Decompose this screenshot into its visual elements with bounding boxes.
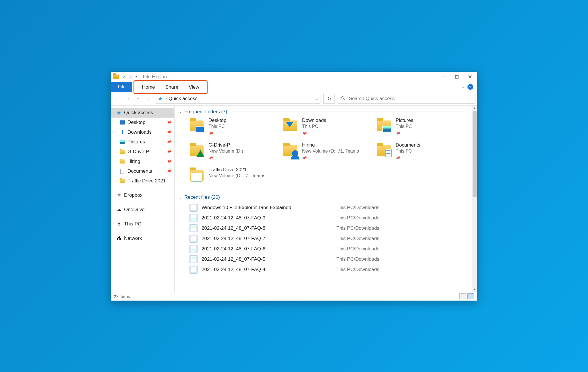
breadcrumb-location[interactable]: Quick access — [169, 96, 198, 102]
pin-icon: 📌 — [166, 158, 172, 164]
sidebar-item-downloads[interactable]: ⬇Downloads📌 — [111, 127, 174, 137]
folder-icon — [376, 118, 392, 134]
qat-newfolder-icon[interactable] — [129, 75, 133, 79]
back-button[interactable]: ← — [113, 94, 122, 103]
status-item-count: 27 items — [114, 294, 130, 299]
desktop-icon — [119, 120, 125, 125]
app-icon[interactable] — [113, 75, 119, 79]
image-file-icon — [189, 214, 198, 222]
sidebar-quick-access[interactable]: Quick access — [111, 108, 174, 118]
pin-icon: 📌 — [395, 130, 400, 136]
folder-g-drive-p[interactable]: G-Drive-PNew Volume (D:)📌 — [189, 142, 274, 165]
sidebar-network[interactable]: 🖧 Network — [111, 233, 174, 243]
group-label: Recent files (20) — [184, 194, 220, 200]
refresh-button[interactable]: ↻ — [323, 94, 335, 104]
folder-name: G-Drive-P — [208, 142, 243, 148]
file-tab[interactable]: File — [111, 82, 132, 92]
file-row[interactable]: Windows 10 File Explorer Tabs ExplainedT… — [184, 202, 469, 213]
file-name: 2021-02-24 12_48_07-FAQ-5 — [202, 256, 336, 262]
tab-share[interactable]: Share — [160, 84, 183, 90]
file-row[interactable]: 2021-02-24 12_48_07-FAQ-4This PC\Downloa… — [184, 264, 469, 275]
expand-ribbon-icon[interactable]: ⌄ — [461, 85, 465, 89]
search-placeholder: Search Quick access — [349, 96, 395, 102]
file-row[interactable]: 2021-02-24 12_48_07-FAQ-5This PC\Downloa… — [184, 254, 469, 264]
sidebar-item-label: Documents — [127, 168, 152, 174]
scrollbar-thumb[interactable] — [473, 111, 477, 197]
up-button[interactable]: ↑ — [144, 94, 153, 103]
folder-icon — [189, 118, 204, 134]
search-input[interactable]: Search Quick access — [338, 94, 475, 104]
sidebar-item-pictures[interactable]: Pictures📌 — [111, 137, 174, 147]
folder-location: This PC — [208, 124, 226, 129]
address-dropdown-icon[interactable]: ⌄ — [316, 97, 318, 101]
file-name: 2021-02-24 12_48_07-FAQ-4 — [202, 267, 336, 272]
sidebar-item-label: Hiring — [127, 159, 140, 164]
sidebar-item-desktop[interactable]: Desktop📌 — [111, 118, 174, 127]
recent-locations-icon[interactable]: ▾ — [133, 94, 142, 103]
group-divider — [232, 112, 469, 112]
close-button[interactable] — [463, 72, 477, 82]
scroll-down-icon[interactable]: ▼ — [472, 287, 477, 292]
help-icon[interactable]: ? — [467, 84, 473, 90]
scroll-up-icon[interactable]: ▲ — [472, 106, 477, 111]
folder-downloads[interactable]: DownloadsThis PC📌 — [283, 117, 368, 140]
forward-button[interactable]: → — [123, 94, 132, 103]
details-view-button[interactable] — [459, 293, 466, 299]
file-explorer-window: ▾ | File Explorer File Home Share View ⌄… — [111, 72, 477, 301]
file-name: 2021-02-24 12_48_07-FAQ-8 — [202, 225, 336, 231]
sidebar-item-label: Quick access — [124, 110, 153, 116]
thumbnails-view-button[interactable] — [467, 293, 474, 299]
qat-customize-icon[interactable]: ▾ — [136, 75, 137, 78]
network-icon: 🖧 — [116, 235, 122, 241]
quick-access-star-icon — [158, 96, 163, 101]
sidebar-traffic-drive[interactable]: Traffic Drive 2021 — [111, 176, 174, 186]
doc-icon — [119, 168, 125, 174]
folder-name: Hiring — [302, 142, 359, 148]
folder-desktop[interactable]: DesktopThis PC📌 — [189, 117, 274, 140]
sidebar-dropbox[interactable]: ❖ Dropbox — [111, 190, 174, 200]
sidebar-thispc[interactable]: 🖥 This PC — [111, 219, 174, 229]
folder-traffic-drive-2021[interactable]: Traffic Drive 2021New Volume (D:...\1. T… — [189, 166, 274, 189]
image-file-icon — [189, 204, 198, 212]
chevron-down-icon: ⌄ — [179, 110, 182, 114]
file-row[interactable]: 2021-02-24 12_48_07-FAQ-7This PC\Downloa… — [184, 233, 469, 244]
group-header-frequent[interactable]: ⌄ Frequent folders (7) — [179, 108, 469, 117]
folder-pictures[interactable]: PicturesThis PC📌 — [376, 117, 461, 140]
folder-hiring[interactable]: HiringNew Volume (D:...\1. Teams📌 — [283, 142, 368, 165]
sidebar-item-g-drive-p[interactable]: G-Drive-P📌 — [111, 147, 174, 157]
address-bar[interactable]: › Quick access ⌄ — [156, 94, 320, 104]
sidebar-item-hiring[interactable]: Hiring📌 — [111, 157, 174, 166]
folder-documents[interactable]: DocumentsThis PC📌 — [376, 142, 461, 165]
sidebar-item-label: This PC — [124, 221, 141, 227]
maximize-button[interactable] — [450, 72, 463, 82]
svg-rect-1 — [455, 75, 458, 78]
file-row[interactable]: 2021-02-24 12_48_07-FAQ-9This PC\Downloa… — [184, 213, 469, 223]
file-name: Windows 10 File Explorer Tabs Explained — [202, 205, 336, 211]
pin-icon: 📌 — [166, 119, 172, 125]
sidebar-item-label: OneDrive — [124, 207, 145, 213]
star-icon — [116, 110, 122, 116]
sidebar-onedrive[interactable]: ☁ OneDrive — [111, 205, 174, 215]
folder-icon — [119, 178, 125, 184]
minimize-button[interactable] — [437, 72, 450, 82]
chevron-down-icon: ⌄ — [179, 195, 182, 199]
pin-icon: 📌 — [166, 149, 172, 154]
folder-location: This PC — [302, 124, 326, 129]
file-row[interactable]: 2021-02-24 12_48_07-FAQ-6This PC\Downloa… — [184, 244, 469, 254]
tab-view[interactable]: View — [183, 84, 204, 90]
folder-name: Documents — [396, 142, 420, 148]
image-file-icon — [189, 245, 198, 253]
tab-home[interactable]: Home — [137, 84, 160, 90]
title-separator: | — [139, 74, 140, 79]
scrollbar[interactable]: ▲ ▼ — [472, 106, 477, 292]
status-bar: 27 items — [111, 292, 477, 301]
window-controls — [437, 72, 477, 82]
sidebar-item-documents[interactable]: Documents📌 — [111, 166, 174, 176]
group-header-recent[interactable]: ⌄ Recent files (20) — [179, 193, 469, 202]
qat-properties-icon[interactable] — [121, 74, 126, 79]
file-row[interactable]: 2021-02-24 12_48_07-FAQ-8This PC\Downloa… — [184, 223, 469, 233]
folder-icon — [119, 149, 125, 155]
image-file-icon — [189, 224, 198, 232]
sidebar-item-label: Downloads — [127, 129, 152, 135]
pin-icon: 📌 — [208, 155, 213, 160]
